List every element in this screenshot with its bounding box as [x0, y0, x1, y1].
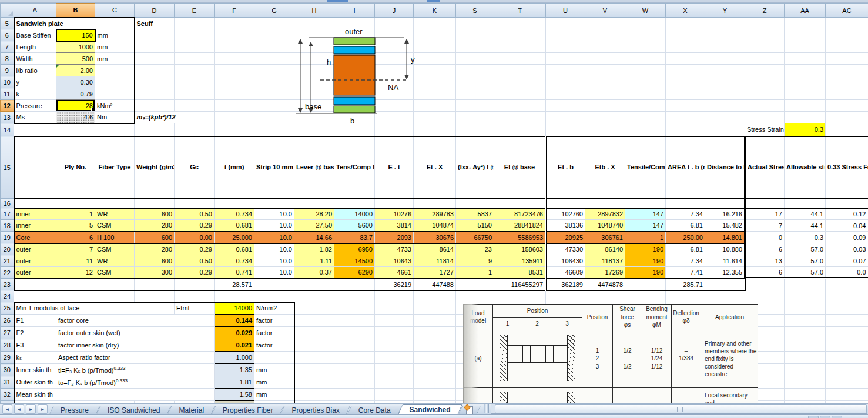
- tab-scroll-next-icon[interactable]: ►: [26, 404, 36, 414]
- fill-handle[interactable]: [91, 108, 95, 111]
- column-header[interactable]: G: [254, 4, 294, 18]
- cell-Y20[interactable]: -10.880: [705, 243, 745, 255]
- cell[interactable]: [826, 76, 868, 88]
- cell-A22[interactable]: outer: [14, 267, 56, 279]
- cell-Y19[interactable]: 14.801: [705, 232, 745, 243]
- cell-H19[interactable]: 14.66: [294, 232, 334, 243]
- row-header[interactable]: 16: [1, 199, 14, 208]
- cell-X17[interactable]: 7.34: [666, 208, 705, 220]
- cell[interactable]: [745, 41, 785, 53]
- column-header[interactable]: A: [14, 4, 56, 18]
- cell-H15[interactable]: Lever @ base, X (mm): [294, 136, 334, 199]
- cell-E20[interactable]: 0.29: [175, 243, 215, 255]
- cell-H20[interactable]: 1.82: [294, 243, 334, 255]
- cell-B17[interactable]: 1: [56, 208, 95, 220]
- cell-C7[interactable]: mm: [95, 41, 135, 53]
- column-header[interactable]: W: [625, 4, 666, 18]
- cell-A31[interactable]: Outer skin th: [14, 376, 56, 389]
- cell[interactable]: [375, 389, 414, 401]
- cell-G20[interactable]: 10.0: [254, 243, 294, 255]
- cell[interactable]: [135, 199, 175, 208]
- cell-F20[interactable]: 0.681: [215, 243, 254, 255]
- cell-C8[interactable]: mm: [95, 53, 135, 65]
- cell[interactable]: [666, 65, 705, 76]
- cell[interactable]: [785, 53, 826, 65]
- cell[interactable]: [135, 88, 175, 100]
- cell-AC21[interactable]: -0.07: [826, 255, 868, 267]
- column-header[interactable]: X: [666, 4, 705, 18]
- cell[interactable]: [294, 339, 334, 352]
- cell-B8[interactable]: 500: [56, 53, 95, 65]
- cell[interactable]: [546, 88, 585, 100]
- cell-AA19[interactable]: 0.3: [785, 232, 826, 243]
- cell-G32[interactable]: mm: [254, 389, 294, 401]
- cell[interactable]: [826, 376, 868, 389]
- cell[interactable]: [745, 199, 785, 208]
- cell[interactable]: [56, 290, 95, 302]
- cell-T23[interactable]: 116455297: [494, 279, 546, 290]
- row-header[interactable]: 23: [1, 279, 14, 290]
- cell-B19[interactable]: 6: [56, 232, 95, 243]
- cell[interactable]: [666, 88, 705, 100]
- cell-U17[interactable]: 102760: [546, 208, 585, 220]
- cell-D17[interactable]: 600: [135, 208, 175, 220]
- cell[interactable]: [666, 41, 705, 53]
- cell[interactable]: [294, 279, 334, 290]
- cell-Z17[interactable]: 17: [745, 208, 785, 220]
- cell-E21[interactable]: 0.50: [175, 255, 215, 267]
- cell[interactable]: [414, 315, 456, 327]
- sheet-tab-iso-sandwiched[interactable]: ISO Sandwiched: [98, 406, 169, 414]
- cell[interactable]: [414, 389, 456, 401]
- cell-B28[interactable]: factor inner skin (dry): [56, 339, 215, 352]
- row-header[interactable]: 22: [1, 267, 14, 279]
- cell-B31[interactable]: to=F₂ Kₛ b (p/Tmod)0.333: [56, 376, 215, 389]
- cell-Z21[interactable]: -13: [745, 255, 785, 267]
- sheet-tab-pressure[interactable]: Pressure: [51, 406, 98, 414]
- cell-A29[interactable]: kₛ: [14, 352, 56, 364]
- cell-W19[interactable]: 1: [625, 232, 666, 243]
- row-header[interactable]: 21: [1, 255, 14, 267]
- cell-A21[interactable]: outer: [14, 255, 56, 267]
- cell[interactable]: [585, 53, 625, 65]
- cell[interactable]: [745, 53, 785, 65]
- cell[interactable]: [414, 364, 456, 376]
- view-button[interactable]: [832, 416, 842, 418]
- cell[interactable]: [585, 112, 625, 123]
- cell[interactable]: [494, 76, 546, 88]
- cell[interactable]: [456, 76, 494, 88]
- cell-G15[interactable]: Strip 10 mm Breadth b (mm): [254, 136, 294, 199]
- column-header-selected[interactable]: B: [56, 4, 95, 18]
- cell[interactable]: [95, 290, 135, 302]
- cell-X20[interactable]: 6.81: [666, 243, 705, 255]
- cell[interactable]: [785, 199, 826, 208]
- cell-E18[interactable]: 0.29: [175, 220, 215, 232]
- view-button[interactable]: [820, 416, 830, 418]
- cell[interactable]: [785, 76, 826, 88]
- cell[interactable]: [826, 123, 868, 136]
- cell[interactable]: [785, 364, 826, 376]
- cell[interactable]: [785, 352, 826, 364]
- cell[interactable]: [585, 100, 625, 112]
- sheet-tab-sandwiched-active[interactable]: Sandwiched: [400, 404, 460, 414]
- cell[interactable]: [254, 65, 294, 76]
- cell[interactable]: [334, 279, 375, 290]
- cell-X21[interactable]: 7.34: [666, 255, 705, 267]
- cell-A9[interactable]: l/b ratio: [14, 65, 56, 76]
- cell[interactable]: [585, 65, 625, 76]
- cell[interactable]: [745, 29, 785, 41]
- cell-W22[interactable]: 190: [625, 267, 666, 279]
- cell-B29[interactable]: Aspect ratio factor: [56, 352, 215, 364]
- cell-V18[interactable]: 1048740: [585, 220, 625, 232]
- cell-B7[interactable]: 1000: [56, 41, 95, 53]
- cell-H22[interactable]: 0.37: [294, 267, 334, 279]
- cell[interactable]: [456, 18, 494, 29]
- cell-B15[interactable]: Ply No.: [56, 136, 95, 199]
- cell[interactable]: [494, 123, 546, 136]
- view-button[interactable]: [808, 416, 819, 418]
- cell-E19[interactable]: 0.00: [175, 232, 215, 243]
- row-header[interactable]: 5: [1, 18, 14, 29]
- cell[interactable]: [546, 53, 585, 65]
- cell[interactable]: [135, 53, 175, 65]
- cell-C18[interactable]: CSM: [95, 220, 135, 232]
- column-header[interactable]: K: [414, 4, 456, 18]
